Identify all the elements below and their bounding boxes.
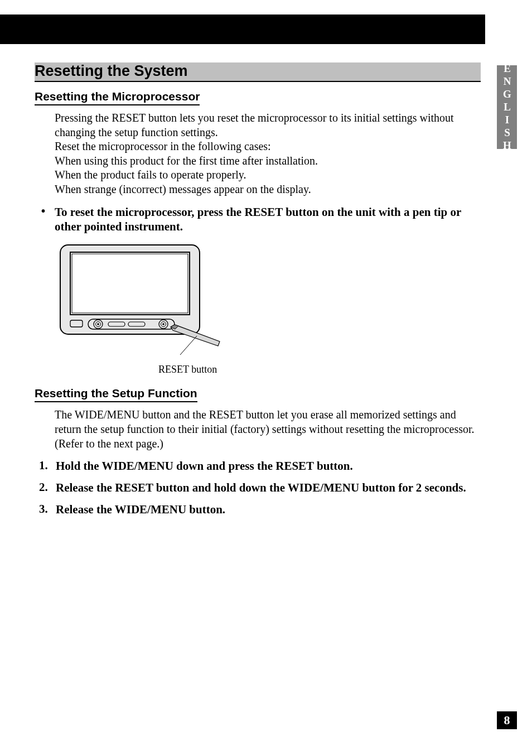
page-number-box: 8 [497,711,517,729]
section2-body: The WIDE/MENU button and the RESET butto… [55,408,481,451]
section2-heading: Resetting the Setup Function [35,387,197,402]
bullet-dot-icon: • [41,205,55,235]
header-blackbar [0,15,485,44]
step-row-1: 1. Hold the WIDE/MENU down and press the… [39,459,481,474]
svg-rect-4 [70,320,83,327]
svg-line-16 [180,336,197,355]
page-title: Resetting the System [35,62,481,81]
step-num: 3. [39,502,56,517]
step-text: Hold the WIDE/MENU down and press the RE… [56,459,481,474]
page-number: 8 [504,713,510,728]
svg-rect-9 [128,322,145,326]
language-tab: ENGLISH [497,65,517,149]
svg-rect-8 [108,322,125,326]
section1-bullet-text: To reset the microprocessor, press the R… [55,205,481,235]
step-row-3: 3. Release the WIDE/MENU button. [39,502,481,517]
section1-bullet: • To reset the microprocessor, press the… [41,205,481,235]
svg-rect-1 [70,252,190,315]
step-num: 1. [39,459,56,474]
svg-point-7 [97,324,99,326]
figure-caption: RESET button [158,364,481,375]
step-text: Release the RESET button and hold down t… [56,480,481,495]
page-title-bar: Resetting the System [35,62,481,82]
step-text: Release the WIDE/MENU button. [56,502,481,517]
section1-heading: Resetting the Microprocessor [35,90,200,105]
step-row-2: 2. Release the RESET button and hold dow… [39,480,481,495]
device-illustration [55,242,481,362]
section1-body: Pressing the RESET button lets you reset… [55,111,481,197]
language-tab-label: ENGLISH [501,62,513,152]
svg-point-12 [162,324,165,326]
step-num: 2. [39,480,56,495]
